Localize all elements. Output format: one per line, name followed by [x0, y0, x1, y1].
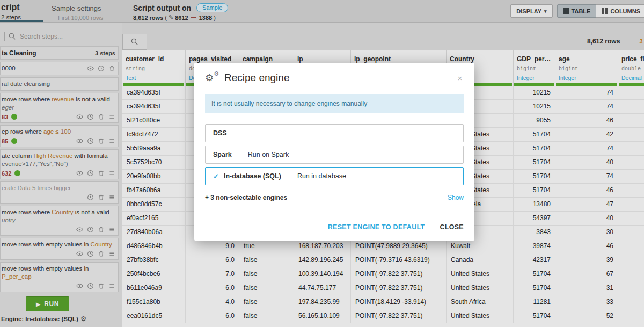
nonselectable-engines-label: + 3 non-selectable engines — [205, 194, 287, 201]
engine-name: In-database (SQL) — [224, 172, 281, 180]
modal-footer: RESET ENGINE TO DEFAULT CLOSE — [194, 223, 474, 241]
modal-header: ⚙⚙ Recipe engine – × — [194, 63, 474, 93]
gears-icon: ⚙⚙ — [205, 72, 218, 84]
show-link[interactable]: Show — [448, 194, 464, 201]
engine-name: DSS — [213, 129, 227, 137]
engine-option[interactable]: SparkRun on Spark — [205, 146, 464, 164]
modal-window-buttons: – × — [438, 74, 464, 83]
engine-option[interactable]: ✓In-database (SQL)Run in database — [205, 167, 464, 185]
app-root: cript 2 steps Sample settings First 10,0… — [0, 0, 644, 327]
nonselectable-engines-row: + 3 non-selectable engines Show — [205, 194, 464, 201]
close-icon[interactable]: × — [456, 74, 464, 83]
reset-engine-button[interactable]: RESET ENGINE TO DEFAULT — [328, 223, 425, 231]
modal-title: Recipe engine — [224, 72, 289, 84]
engine-options: DSSSparkRun on Spark✓In-database (SQL)Ru… — [205, 124, 464, 185]
engine-description: Run in database — [297, 172, 346, 180]
engine-option[interactable]: DSS — [205, 124, 464, 142]
engine-name: Spark — [213, 151, 232, 158]
engine-description: Run on Spark — [248, 151, 289, 158]
engine-info-message: It is not usually necessary to change en… — [205, 94, 464, 113]
minimize-icon[interactable]: – — [438, 74, 445, 83]
close-button[interactable]: CLOSE — [440, 223, 464, 231]
check-icon: ✓ — [213, 172, 219, 180]
gear-glyph: ⚙ — [214, 70, 219, 77]
gear-glyph: ⚙ — [205, 72, 214, 83]
recipe-engine-modal: ⚙⚙ Recipe engine – × It is not usually n… — [194, 63, 474, 241]
modal-body: It is not usually necessary to change en… — [194, 93, 474, 201]
